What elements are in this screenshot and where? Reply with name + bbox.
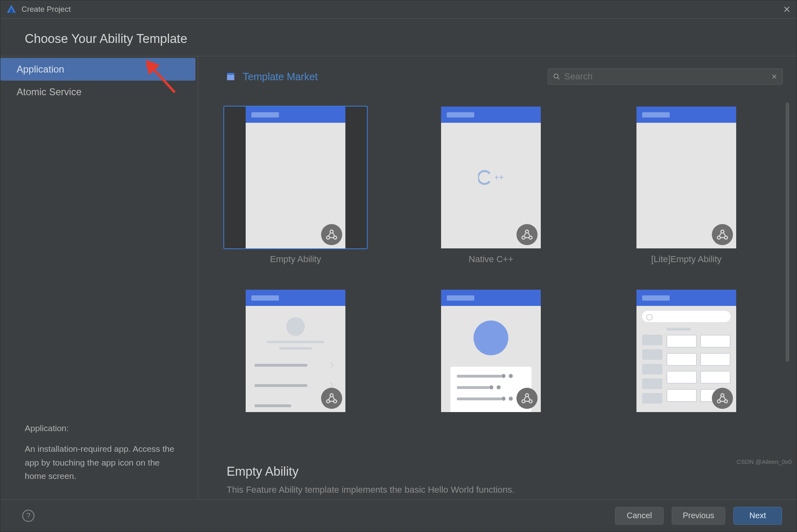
svg-rect-2 <box>227 75 234 80</box>
template-card-row2-1[interactable] <box>224 290 367 412</box>
template-card-empty-ability[interactable]: Empty Ability <box>224 107 367 265</box>
template-card-label: [Lite]Empty Ability <box>651 254 722 265</box>
scrollbar[interactable] <box>786 103 789 362</box>
sidebar-item-label: Application <box>17 64 64 75</box>
svg-point-9 <box>529 236 532 239</box>
share-badge-icon <box>321 224 342 245</box>
template-market-link[interactable]: Template Market <box>243 71 318 83</box>
template-card-label: Empty Ability <box>270 254 321 265</box>
template-details-desc: This Feature Ability template implements… <box>227 485 772 495</box>
sidebar-description: Application: An installation-required ap… <box>0 421 198 499</box>
template-card-row2-2[interactable] <box>420 290 562 412</box>
footer-buttons: Cancel Previous Next <box>615 507 782 525</box>
sidebar-item-atomic-service[interactable]: Atomic Service <box>0 81 195 103</box>
svg-point-8 <box>522 236 525 239</box>
previous-button[interactable]: Previous <box>672 507 725 525</box>
left-column: Application Atomic Service Application: … <box>0 56 198 499</box>
svg-point-12 <box>724 236 728 239</box>
templates-grid-wrap: Empty Ability ++ <box>198 90 797 454</box>
svg-point-17 <box>522 400 525 403</box>
svg-point-18 <box>529 400 532 403</box>
share-badge-icon <box>516 388 538 409</box>
svg-point-6 <box>334 236 337 239</box>
heading-row: Choose Your Ability Template <box>0 18 797 56</box>
svg-rect-1 <box>227 73 234 75</box>
share-badge-icon <box>321 388 342 409</box>
template-details: Empty Ability This Feature Ability templ… <box>198 454 797 499</box>
template-card-native-cpp[interactable]: ++ Native C++ <box>420 107 562 265</box>
sidebar-description-title: Application: <box>25 421 182 435</box>
window-title: Create Project <box>21 5 71 14</box>
svg-point-11 <box>718 236 721 239</box>
footer: ? Cancel Previous Next <box>0 499 797 532</box>
close-icon[interactable] <box>783 5 791 13</box>
create-project-window: Create Project Choose Your Ability Templ… <box>0 0 797 532</box>
sidebar-item-application[interactable]: Application <box>0 58 195 81</box>
svg-point-14 <box>327 400 330 403</box>
template-card-label: Native C++ <box>469 254 513 265</box>
template-card-lite-empty-ability[interactable]: [Lite]Empty Ability <box>615 107 758 265</box>
share-badge-icon <box>516 224 538 245</box>
search-input[interactable] <box>564 71 771 82</box>
svg-point-15 <box>334 400 337 403</box>
watermark: CSDN @Aileen_0v0 <box>737 458 792 465</box>
right-header: Template Market <box>198 56 797 90</box>
svg-point-21 <box>724 400 728 403</box>
help-icon[interactable]: ? <box>22 510 34 522</box>
app-logo-icon <box>6 4 17 15</box>
svg-point-5 <box>327 236 330 239</box>
market-icon <box>226 72 236 81</box>
template-card-row2-3[interactable] <box>615 290 758 412</box>
search-icon <box>553 73 560 80</box>
titlebar: Create Project <box>0 0 797 18</box>
sidebar-item-label: Atomic Service <box>17 86 81 97</box>
next-button[interactable]: Next <box>733 507 782 525</box>
right-column: Template Market <box>198 56 797 499</box>
templates-grid: Empty Ability ++ <box>224 90 776 412</box>
svg-point-3 <box>554 74 558 78</box>
template-details-name: Empty Ability <box>227 464 772 479</box>
sidebar: Application Atomic Service <box>0 56 198 421</box>
sidebar-description-body: An installation-required app. Access the… <box>25 442 182 483</box>
share-badge-icon <box>712 388 733 409</box>
page-title: Choose Your Ability Template <box>0 19 797 56</box>
search-input-container[interactable] <box>548 68 783 85</box>
body: Application Atomic Service Application: … <box>0 56 797 499</box>
cancel-button[interactable]: Cancel <box>615 507 664 525</box>
clear-search-icon[interactable] <box>771 73 778 80</box>
share-badge-icon <box>712 224 733 245</box>
svg-point-20 <box>718 400 721 403</box>
